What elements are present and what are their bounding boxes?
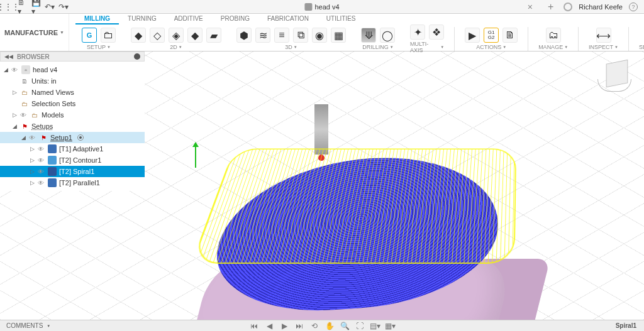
collapse-icon[interactable]: ◀◀ — [4, 53, 13, 60]
group-multiaxis: ✦ ❖ MULTI-AXIS — [402, 24, 452, 53]
3d-flat-icon[interactable]: ◉ — [312, 28, 327, 43]
2d-slot-icon[interactable]: ◈ — [169, 28, 184, 43]
nav-tools: ⏮ ◀ ▶ ⏭ ⟲ ✋ 🔍 ⛶ ▤▾ ▦▾ — [250, 322, 394, 330]
undo-icon[interactable]: ↶▾ — [45, 3, 54, 11]
tree-root[interactable]: ◢👁▫ head v4 — [0, 64, 145, 75]
save-icon[interactable]: 💾▾ — [31, 3, 40, 11]
browser-tree: ◢👁▫ head v4 🗎 Units: in ▷🗀 Named Views 🗀… — [0, 62, 145, 191]
browser-header[interactable]: ◀◀ BROWSER — [0, 52, 145, 62]
group-select: ↖ SELECT — [631, 28, 644, 50]
browser-options-icon[interactable] — [134, 53, 140, 60]
3d-contour-icon[interactable]: ≡ — [274, 28, 289, 43]
3d-ramp-icon[interactable]: ▦ — [331, 28, 346, 43]
setup-icon[interactable]: G — [82, 28, 97, 43]
view-cube[interactable] — [601, 58, 633, 89]
group-3d: ⬢ ≋ ≡ ⧉ ◉ ▦ 3D — [229, 28, 353, 50]
simulate-icon[interactable]: ▶ — [465, 28, 480, 43]
2d-pocket-icon[interactable]: ▰ — [206, 28, 221, 43]
group-manage: 🗂 MANAGE — [531, 28, 575, 50]
measure-icon[interactable]: ⟷ — [596, 28, 611, 43]
doc-cube-icon — [304, 3, 312, 11]
group-drilling: ⟱ ◯ DRILLING — [353, 28, 402, 50]
fit-icon[interactable]: ⛶ — [355, 322, 364, 330]
pan-icon[interactable]: ✋ — [325, 322, 334, 330]
job-status-icon[interactable] — [564, 3, 572, 11]
active-setup-icon — [77, 134, 84, 141]
2d-contour-icon[interactable]: ◇ — [150, 28, 165, 43]
browser-title: BROWSER — [17, 53, 50, 60]
timeline-fwd-icon[interactable]: ▶ — [280, 322, 289, 330]
hole-icon[interactable]: ◯ — [380, 28, 395, 43]
tree-setup1[interactable]: ◢👁⚑ Setup1 — [0, 132, 145, 143]
tool-library-icon[interactable]: 🗂 — [546, 28, 561, 43]
tree-models[interactable]: ▷👁🗀 Models — [0, 109, 145, 121]
main-toolbar: MANUFACTURE MILLING TURNING ADDITIVE PRO… — [0, 14, 644, 52]
bottom-bar: COMMENTS ⏮ ◀ ▶ ⏭ ⟲ ✋ 🔍 ⛶ ▤▾ ▦▾ Spiral1 — [0, 320, 644, 331]
drill-icon[interactable]: ⟱ — [361, 28, 376, 43]
tab-utilities[interactable]: UTILITIES — [318, 14, 365, 24]
tab-fabrication[interactable]: FABRICATION — [258, 14, 318, 24]
comments-toggle[interactable]: COMMENTS — [0, 322, 50, 329]
redo-icon[interactable]: ↷▾ — [59, 3, 68, 11]
3d-horizontal-icon[interactable]: ≋ — [255, 28, 270, 43]
document-tab[interactable]: head v4 — [304, 3, 339, 11]
grid-settings-icon[interactable]: ▦▾ — [386, 322, 394, 330]
document-title: head v4 — [314, 3, 339, 11]
tab-probing[interactable]: PROBING — [212, 14, 258, 24]
tree-named-views[interactable]: ▷🗀 Named Views — [0, 87, 145, 98]
multiaxis-contour-icon[interactable]: ❖ — [429, 24, 444, 40]
tree-op-adaptive[interactable]: ▷👁 [T1] Adaptive1 — [0, 143, 145, 155]
group-2d: ◆ ◇ ◈ ◆ ▰ 2D — [123, 28, 229, 50]
new-tab-icon[interactable]: + — [544, 1, 557, 13]
tree-units[interactable]: 🗎 Units: in — [0, 75, 145, 87]
axis-gizmo — [195, 143, 196, 168]
swarf-icon[interactable]: ✦ — [410, 24, 425, 40]
workspace-label: MANUFACTURE — [0, 24, 70, 41]
browser-panel: ◀◀ BROWSER ◢👁▫ head v4 🗎 Units: in ▷🗀 Na… — [0, 52, 145, 191]
title-bar: ⋮⋮⋮ 🗎▾ 💾▾ ↶▾ ↷▾ head v4 × + Richard Keef… — [0, 0, 644, 14]
folder-setup-icon[interactable]: 🗀 — [101, 28, 116, 43]
model-preview — [195, 146, 522, 320]
help-icon[interactable]: ? — [629, 3, 638, 11]
tree-setups[interactable]: ◢⚑ Setups — [0, 121, 145, 132]
workspace-switcher[interactable]: MANUFACTURE — [0, 14, 69, 51]
orbit-icon[interactable]: ⟲ — [310, 322, 319, 330]
user-name[interactable]: Richard Keefe — [579, 3, 623, 11]
tab-additive[interactable]: ADDITIVE — [165, 14, 212, 24]
tree-selection-sets[interactable]: 🗀 Selection Sets — [0, 98, 145, 109]
apps-grid-icon[interactable]: ⋮⋮⋮ — [4, 3, 13, 11]
timeline-end-icon[interactable]: ⏭ — [295, 322, 304, 330]
display-settings-icon[interactable]: ▤▾ — [370, 322, 379, 330]
group-inspect: ⟷ INSPECT — [581, 28, 626, 50]
timeline-start-icon[interactable]: ⏮ — [250, 322, 258, 330]
tool-row: G 🗀 SETUP ◆ ◇ ◈ ◆ ▰ 2D ⬢ ≋ ≡ — [69, 24, 644, 53]
2d-face-icon[interactable]: ◆ — [131, 28, 146, 43]
zoom-icon[interactable]: 🔍 — [340, 322, 349, 330]
close-tab-icon[interactable]: × — [523, 2, 538, 12]
toolbar-tabs: MILLING TURNING ADDITIVE PROBING FABRICA… — [69, 14, 644, 24]
timeline-back-icon[interactable]: ◀ — [265, 322, 274, 330]
post-process-icon[interactable]: G1G2 — [484, 28, 499, 43]
tab-milling[interactable]: MILLING — [75, 14, 119, 24]
tab-turning[interactable]: TURNING — [119, 14, 165, 24]
setup-sheet-icon[interactable]: 🗎 — [502, 28, 518, 43]
2d-trace-icon[interactable]: ◆ — [187, 28, 203, 43]
status-text: Spiral1 — [616, 322, 644, 329]
3d-adaptive-icon[interactable]: ⬢ — [236, 28, 252, 43]
tree-op-spiral[interactable]: ▷👁 [T2] Spiral1 — [0, 166, 145, 177]
tree-op-parallel[interactable]: ▷👁 [T2] Parallel1 — [0, 177, 145, 188]
tree-op-contour[interactable]: ▷👁 [T2] Contour1 — [0, 155, 145, 166]
group-setup: G 🗀 SETUP — [74, 28, 123, 50]
file-icon[interactable]: 🗎▾ — [18, 3, 26, 11]
group-actions: ▶ G1G2 🗎 ACTIONS — [457, 28, 525, 50]
tool-spindle — [314, 104, 328, 155]
3d-parallel-icon[interactable]: ⧉ — [293, 28, 308, 43]
